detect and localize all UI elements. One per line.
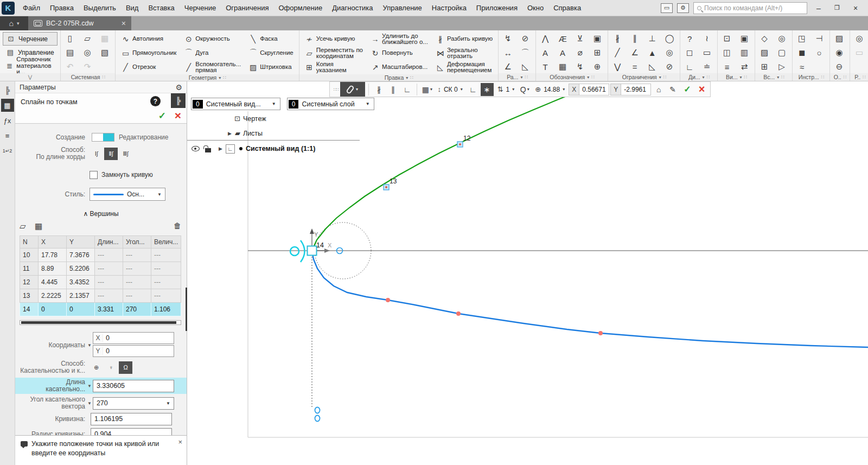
table-row[interactable]: 124.4453.4352--------- — [20, 276, 181, 289]
table-cell[interactable]: --- — [95, 249, 123, 262]
spline-point-marker[interactable] — [386, 298, 390, 302]
fix-icon[interactable]: ▲ — [646, 46, 659, 59]
insert-view-icon[interactable]: ◎ — [775, 32, 788, 45]
menu-item[interactable]: Ограничения — [221, 0, 273, 16]
chord-mode-2-button[interactable]: Ⅱʃ — [104, 148, 118, 160]
table-cell[interactable]: 0 — [39, 303, 67, 316]
chevron-down-icon[interactable]: ▾ — [703, 75, 705, 80]
fragment-view-icon[interactable]: ◫ — [720, 46, 733, 59]
scale-select[interactable]: ⇅1▾ — [495, 83, 518, 96]
chevron-down-icon[interactable]: ▾ — [740, 75, 742, 80]
app-logo-icon[interactable]: K — [2, 2, 15, 15]
document-check-icon[interactable]: ◎ — [853, 32, 866, 45]
chevron-down-icon[interactable]: ▾ — [587, 75, 589, 80]
auto-constraint-icon[interactable]: ∦ — [611, 32, 624, 45]
table-cell[interactable]: 12 — [20, 276, 39, 289]
current-layer-select[interactable]: 0 Системный слой ▼ — [287, 98, 374, 110]
tangent-handle-point[interactable] — [315, 416, 320, 422]
group-grip[interactable]: ∷ — [707, 74, 710, 80]
tab-close-icon[interactable]: × — [122, 19, 126, 28]
spline-tools-icon[interactable]: ≈ — [795, 60, 808, 73]
tangent-circle-button[interactable]: Ω — [119, 361, 132, 374]
menu-item[interactable]: Диагностика — [327, 0, 378, 16]
tangent-length-input[interactable]: 3.330605 — [93, 380, 174, 392]
fix-point-icon[interactable]: ⊘ — [663, 60, 676, 73]
measure-curve-icon[interactable]: ≀ — [700, 32, 713, 45]
union-icon[interactable]: ◼ — [795, 46, 808, 59]
parameters-panel-icon[interactable]: ▦ — [1, 99, 14, 112]
view-arrow-icon[interactable]: ▣ — [591, 32, 604, 45]
rosette-icon[interactable]: ◉ — [833, 46, 846, 59]
deform-button[interactable]: ◺Деформация перемещением — [433, 60, 495, 74]
menu-item[interactable]: Вид — [121, 0, 144, 16]
visibility-eye-icon[interactable] — [192, 146, 200, 151]
table-cell[interactable]: 4.445 — [39, 276, 67, 289]
zoom-area-icon[interactable]: Q▾ — [518, 83, 531, 96]
snaps-button[interactable]: ▾ — [340, 82, 365, 97]
confirm-button[interactable]: ✓ — [680, 84, 694, 94]
expand-arrow-icon[interactable]: ▶ — [228, 131, 232, 136]
table-cell[interactable]: 8.89 — [39, 262, 67, 276]
datum-icon[interactable]: Æ — [556, 32, 569, 45]
chevron-down-icon[interactable]: ▼ — [87, 384, 92, 388]
hatch-style-icon[interactable]: ▨ — [833, 32, 846, 45]
group-grip[interactable]: ∷ — [410, 75, 413, 80]
chevron-down-icon[interactable]: ▾ — [777, 75, 779, 80]
group-grip[interactable]: ∷ — [591, 74, 594, 80]
vertices-table[interactable]: NXYДлин...Угол...Велич...1017.787.3676--… — [20, 235, 181, 316]
rotate-button[interactable]: ↻Повернуть — [368, 46, 431, 60]
group-grip[interactable]: ∷ — [744, 74, 747, 80]
layers-icon[interactable]: ▥ — [738, 46, 751, 59]
move-by-coordinates-button[interactable]: ▱Переместить по координатам — [302, 46, 366, 60]
table-cell[interactable]: --- — [151, 249, 181, 262]
command-search[interactable] — [693, 2, 807, 14]
insert-flag-icon[interactable]: ▷ — [775, 60, 788, 73]
scale-button[interactable]: ↗Масштабиров... — [368, 60, 431, 74]
group-grip[interactable]: ∷ — [821, 74, 824, 80]
insert-fragment-icon[interactable]: ◇ — [758, 32, 771, 45]
table-cell[interactable]: 1.106 — [151, 303, 181, 316]
table-cell[interactable]: --- — [95, 289, 123, 303]
chord-mode-1-button[interactable]: Ⅰʃ — [90, 148, 103, 160]
coincident-icon[interactable]: ⋁ — [611, 60, 624, 73]
table-cell[interactable]: --- — [123, 249, 151, 262]
coordinate-system-select[interactable]: ↕СК 0▾ — [435, 83, 465, 96]
leader-icon[interactable]: A — [539, 46, 552, 59]
save-vertices-icon[interactable]: ▦ — [35, 221, 42, 231]
zoom-value-select[interactable]: ⊕14.88▾ — [532, 83, 567, 96]
hint-close-icon[interactable]: × — [178, 438, 182, 446]
table-cell[interactable]: --- — [123, 276, 151, 289]
fillet-button[interactable]: ⌒Скругление — [246, 46, 296, 60]
print-icon[interactable]: ▤ — [63, 46, 76, 59]
roughness-icon[interactable]: ⋀ — [539, 32, 552, 45]
hatch-button[interactable]: ▨Штриховка — [246, 60, 296, 74]
perpendicular-icon[interactable]: ⊥ — [646, 32, 659, 45]
group-grip[interactable]: ∷ — [223, 75, 226, 80]
table-row[interactable]: 118.895.2206--------- — [20, 262, 181, 276]
local-fragment-icon[interactable]: ⊞ — [758, 60, 771, 73]
table-cell[interactable]: 5.2206 — [67, 262, 95, 276]
spline-point-marker[interactable] — [456, 311, 461, 316]
home-button[interactable]: ⌂ ▾ — [0, 16, 28, 30]
minimize-button[interactable]: – — [812, 4, 826, 12]
menu-item[interactable]: Справка — [548, 0, 586, 16]
tab-drawing[interactable]: ⊡Черчение — [3, 32, 58, 46]
drawing-canvas[interactable]: Y X 14 1213 ∷∷▾∦∥∟▦▾↕СК 0▾∟∗⇅1▾Q▾⊕14.88▾… — [187, 81, 868, 465]
mirror-button[interactable]: ⋈Зеркально отразить — [433, 46, 495, 60]
chevron-down-icon[interactable]: ▼ — [87, 343, 92, 348]
measure-node-icon[interactable]: ▭ — [700, 46, 713, 59]
unlock-icon[interactable] — [205, 148, 211, 152]
x-coordinate-field[interactable]: X 0 — [93, 332, 174, 344]
table-cell[interactable]: 2.2225 — [39, 289, 67, 303]
lightning-icon[interactable]: ↯ — [573, 60, 586, 73]
grid-icon[interactable]: ▦▾ — [420, 83, 433, 96]
abort-button[interactable]: × — [695, 83, 709, 95]
list-panel-icon[interactable]: ≡ — [1, 129, 14, 142]
auto-dimension-icon[interactable]: ↯ — [501, 32, 514, 45]
auxiliary-line-button[interactable]: ╱Вспомогатель... прямая — [181, 60, 244, 74]
contour-icon[interactable]: ○ — [813, 46, 826, 59]
tree-panel-icon[interactable]: ╠ — [1, 84, 14, 97]
maximize-button[interactable]: ❒ — [830, 4, 844, 11]
diameter-dimension-icon[interactable]: ⊘ — [519, 32, 532, 45]
table-icon[interactable]: ▦ — [556, 60, 569, 73]
